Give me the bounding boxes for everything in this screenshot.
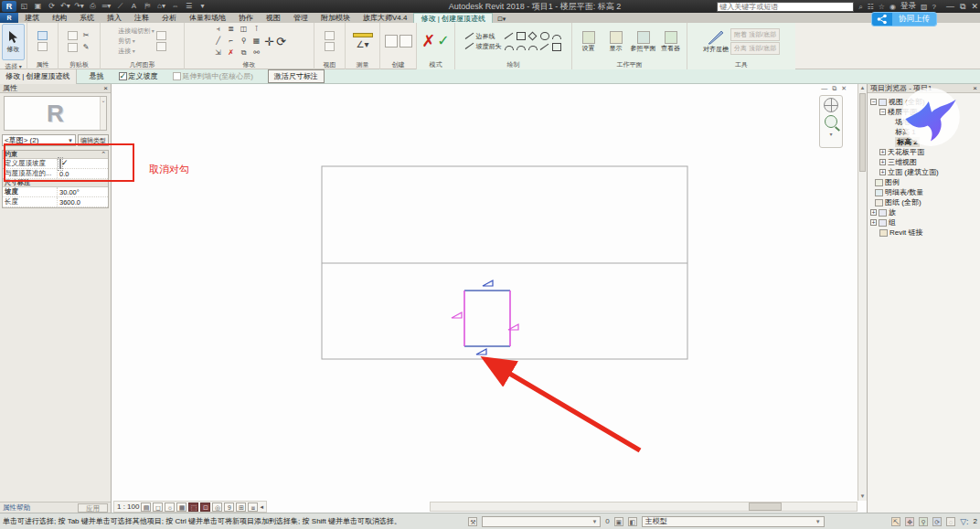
detach-top-bottom-button[interactable]: 分离 顶部/底部 (730, 42, 780, 55)
text-icon[interactable]: A (129, 2, 139, 11)
expand-icon[interactable] (879, 149, 886, 155)
subscription-icon[interactable]: ☷ (868, 2, 874, 12)
set-workplane-button[interactable]: 设置 (576, 31, 602, 51)
split-face-icon[interactable] (156, 42, 166, 51)
angle-dimension-icon[interactable]: ∠▾ (357, 39, 369, 49)
mirror-icon[interactable]: ◫ (240, 25, 248, 34)
thin-lines-icon[interactable]: ☰ (184, 2, 194, 11)
slope-flag-bottom[interactable] (476, 349, 486, 354)
tree-item-schedules[interactable]: 明细表/数量 (868, 187, 980, 197)
extend-icon[interactable]: ⊺ (255, 25, 259, 34)
save-icon[interactable]: ▣ (33, 2, 43, 11)
expand-icon[interactable] (879, 169, 886, 175)
properties-icon[interactable] (37, 31, 48, 40)
zoom-tool-icon[interactable] (825, 115, 837, 128)
rotate-icon[interactable]: ⟳ (276, 35, 286, 48)
delete-icon[interactable]: ✗ (228, 48, 234, 58)
thunder-upload-button[interactable]: 协同上传 (871, 12, 937, 26)
tree-item-ceiling-plans[interactable]: 天花板平面 (868, 147, 980, 157)
draw-start-end-arc-icon[interactable] (552, 35, 561, 39)
tab-systems[interactable]: 系统 (73, 13, 101, 23)
workset-dropdown[interactable]: ▼ (482, 516, 601, 527)
horizontal-scrollbar[interactable] (430, 502, 858, 512)
property-row-length[interactable]: 长度 3600.0 (3, 197, 108, 207)
panel-label-tools[interactable]: 工具 (687, 59, 795, 69)
detail-level-icon[interactable]: ▤ (141, 503, 151, 512)
join-geometry-dropdown[interactable]: 连接 (118, 47, 154, 56)
split-icon[interactable]: ╱ (216, 37, 220, 46)
apply-button[interactable]: 应用 (78, 503, 108, 513)
sign-in-link[interactable]: 登录 (900, 1, 916, 12)
panel-label-modify[interactable]: 修改 (185, 59, 314, 69)
favorites-star-icon[interactable]: ☆ (879, 2, 885, 12)
property-row-slope[interactable]: 坡度 30.00° (3, 187, 108, 197)
hide-view-icon[interactable] (325, 42, 335, 51)
pin-icon[interactable]: ⚲ (241, 37, 247, 46)
panel-label-create[interactable]: 创建 (380, 59, 416, 69)
slope-flag-left[interactable] (452, 312, 462, 318)
tab-view[interactable]: 视图 (260, 13, 287, 23)
cut-geometry-dropdown[interactable]: 剪切 (118, 37, 154, 46)
vertical-scroll-thumb[interactable] (859, 93, 866, 172)
reveal-hidden-elements-icon[interactable]: 9 (224, 503, 234, 512)
show-workplane-button[interactable]: 显示 (603, 31, 629, 51)
close-button[interactable]: ✕ (971, 2, 978, 12)
tab-family-library[interactable]: 族库大师V4.4 (357, 13, 413, 23)
drawing-area[interactable]: — ⧉ ✕ ▾ (112, 84, 868, 513)
tree-item-level-2[interactable]: 标高 2 (868, 137, 980, 147)
ref-plane-button[interactable]: 参照平面 (631, 31, 656, 51)
section-icon[interactable]: ⇔ (170, 2, 180, 11)
cope-dropdown[interactable]: 连接端切割 (118, 26, 154, 36)
panel-label-measure[interactable]: 测量 (346, 59, 379, 69)
search-icon[interactable]: ⌕ (858, 2, 862, 12)
properties-close-icon[interactable]: × (103, 84, 108, 92)
person-icon[interactable]: ◉ (889, 2, 896, 12)
tab-insert[interactable]: 插入 (101, 13, 128, 23)
customize-qat-icon[interactable]: ▾ (197, 2, 208, 11)
tab-massing-site[interactable]: 体量和场地 (183, 13, 232, 23)
panel-label-mode[interactable]: 模式 (417, 59, 454, 69)
trim-icon[interactable]: ⌐ (229, 37, 233, 46)
tab-analyze[interactable]: 分析 (155, 13, 183, 23)
wall-joins-icon[interactable] (156, 31, 166, 40)
expand-icon[interactable] (870, 219, 877, 226)
aligned-dimension-icon[interactable]: ⟋ (115, 2, 125, 11)
sync-icon[interactable]: ⟳ (47, 2, 57, 11)
move-icon[interactable]: ✛ (264, 35, 274, 48)
tab-structure[interactable]: 结构 (46, 13, 73, 23)
copy-icon[interactable] (68, 43, 78, 52)
crop-view-icon[interactable]: ⬚ (188, 503, 198, 512)
help-icon[interactable]: ? (932, 2, 936, 12)
expand-icon[interactable] (879, 159, 886, 165)
default-3d-view-icon[interactable]: ⌂▾ (156, 2, 166, 11)
reference-rectangle[interactable] (322, 166, 687, 359)
search-input[interactable] (717, 2, 854, 12)
slope-flag-right[interactable] (508, 324, 518, 330)
align-eaves-button[interactable]: 对齐屋檐 (703, 30, 729, 52)
view-minimize-icon[interactable]: — (821, 85, 827, 92)
minimize-button[interactable]: — (946, 2, 954, 12)
panel-label-workplane[interactable]: 工作平面 (572, 59, 687, 69)
boundary-line-button[interactable]: 边界线 (465, 32, 502, 41)
temporary-hide-isolate-icon[interactable]: ◎ (212, 503, 222, 512)
type-preview[interactable]: R ⌄ (4, 96, 107, 131)
create-group-icon[interactable] (385, 35, 398, 48)
undo-icon[interactable]: ↶▾ (60, 2, 70, 11)
create-similar-icon[interactable] (399, 35, 412, 48)
tag-icon[interactable]: ⛿ (143, 2, 153, 11)
horizontal-scroll-thumb[interactable] (749, 503, 782, 511)
viewer-button[interactable]: 查看器 (658, 31, 684, 51)
tab-addins[interactable]: 附加模块 (314, 13, 357, 23)
slope-arrow-button[interactable]: 坡度箭头 (465, 42, 502, 51)
draw-fillet-arc-icon[interactable] (528, 46, 538, 50)
extend-into-wall-checkbox[interactable]: 延伸到墙中(至核心层) (173, 71, 253, 81)
measure-icon[interactable]: ═▾ (101, 2, 112, 11)
tree-item-groups[interactable]: 组 (868, 217, 980, 227)
design-options-icon[interactable]: ◧ (628, 517, 637, 526)
panel-label-clipboard[interactable]: 剪贴板 (59, 59, 100, 69)
revit-app-icon[interactable]: R (2, 1, 16, 12)
unpin-icon[interactable]: ⚯ (253, 48, 260, 58)
draw-line-icon[interactable] (505, 32, 514, 40)
attach-top-bottom-button[interactable]: 附着 顶部/底部 (730, 28, 780, 41)
modify-button[interactable]: 修改 (2, 24, 25, 60)
